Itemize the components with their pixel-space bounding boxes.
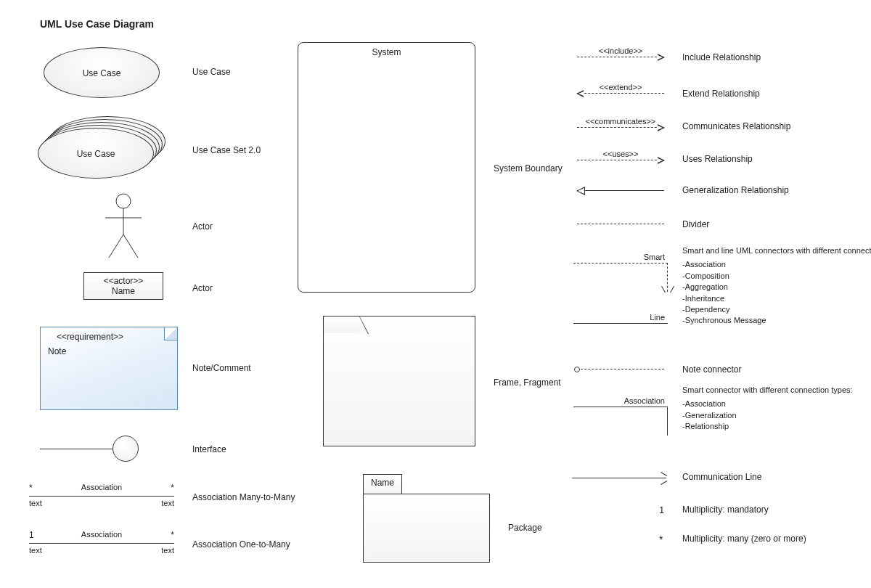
communicates-label: Communicates Relationship <box>682 121 790 131</box>
assoc-one-shape: 1 Association * text text <box>29 530 174 544</box>
extend-label: Extend Relationship <box>682 89 760 99</box>
role-left: text <box>29 499 42 507</box>
mult-left: * <box>29 483 33 493</box>
assoc-desc: Smart connector with different connectio… <box>682 385 835 433</box>
line-text: Line <box>650 313 665 322</box>
association-text: Association <box>624 396 665 405</box>
package-label: Package <box>508 523 542 533</box>
conn-type: -Dependency <box>682 304 835 315</box>
divider-line <box>577 224 664 224</box>
extend-text: <<extend>> <box>600 83 642 91</box>
system-boundary-shape: System <box>298 42 475 293</box>
frame-shape <box>323 316 475 446</box>
note-stereotype: <<requirement>> <box>57 332 123 342</box>
mult-right: * <box>171 530 174 540</box>
smart-desc: Smart and line UML connectors with diffe… <box>682 245 835 327</box>
svg-line-3 <box>109 234 123 258</box>
assoc-one-label: Association One-to-Many <box>192 539 290 550</box>
include-text: <<include>> <box>599 46 643 55</box>
system-boundary-label: System Boundary <box>494 163 563 173</box>
mult-many-symbol: * <box>659 534 663 545</box>
assoc-mid: Association <box>81 530 122 539</box>
conn-type: -Inheritance <box>682 293 835 304</box>
frame-tab-icon <box>323 316 359 333</box>
association-connector: Association <box>573 407 668 407</box>
interface-line-icon <box>40 449 113 449</box>
note-connector-label: Note connector <box>682 364 741 375</box>
communication-line-label: Communication Line <box>682 472 761 482</box>
use-case-label: Use Case <box>192 67 231 77</box>
actor-stick-label: Actor <box>192 221 213 232</box>
communicates-text: <<communicates>> <box>586 117 656 126</box>
include-arrow: <<include>> <box>577 57 664 57</box>
smart-connector: Smart <box>573 263 668 264</box>
conn-type: -Association <box>682 259 835 270</box>
package-tab-text: Name <box>371 478 394 488</box>
use-case-text: Use Case <box>83 68 121 78</box>
package-tab: Name <box>363 474 402 494</box>
assoc-many-label: Association Many-to-Many <box>192 492 295 502</box>
mult-right: * <box>171 483 174 493</box>
interface-label: Interface <box>192 444 226 454</box>
use-case-set-label: Use Case Set 2.0 <box>192 145 261 155</box>
uses-label: Uses Relationship <box>682 154 753 164</box>
uses-text: <<uses>> <box>603 150 639 158</box>
conn-type: -Synchronous Message <box>682 315 835 326</box>
generalization-label: Generalization Relationship <box>682 185 789 195</box>
svg-line-4 <box>123 234 138 258</box>
uses-arrow: <<uses>> <box>577 160 664 160</box>
divider-label: Divider <box>682 219 709 229</box>
actor-box-name: Name <box>112 286 135 296</box>
conn-type: -Generalization <box>682 410 835 421</box>
actor-box-stereotype: <<actor>> <box>89 276 158 286</box>
mult-left: 1 <box>29 530 34 540</box>
extend-arrow: <<extend>> <box>577 93 664 94</box>
actor-stick-icon <box>98 192 149 261</box>
page-title: UML Use Case Diagram <box>40 18 154 30</box>
assoc-many-shape: * Association * text text <box>29 483 174 497</box>
assoc-mid: Association <box>81 483 122 491</box>
include-label: Include Relationship <box>682 52 761 62</box>
role-left: text <box>29 546 42 555</box>
role-right: text <box>161 499 174 507</box>
conn-type: -Composition <box>682 271 835 282</box>
line-connector: Line <box>573 323 668 324</box>
assoc-desc-text: Smart connector with different connectio… <box>682 385 835 396</box>
communicates-arrow: <<communicates>> <box>577 127 664 128</box>
use-case-set-shape: Use Case <box>38 116 165 180</box>
note-label: Note/Comment <box>192 363 251 373</box>
use-case-shape: Use Case <box>44 47 160 98</box>
note-connector <box>577 369 664 369</box>
actor-box-label: Actor <box>192 283 213 293</box>
actor-box-shape: <<actor>> Name <box>83 272 163 300</box>
conn-type: -Association <box>682 399 835 409</box>
frame-label: Frame, Fragment <box>494 377 561 388</box>
package-shape: Name <box>363 494 490 563</box>
interface-circle-icon <box>113 436 139 462</box>
mult-mandatory-label: Multiplicity: mandatory <box>682 505 769 515</box>
system-title: System <box>372 47 401 57</box>
generalization-arrow <box>577 190 664 191</box>
note-text: Note <box>48 346 66 356</box>
conn-type: -Relationship <box>682 421 835 432</box>
smart-desc-text: Smart and line UML connectors with diffe… <box>682 245 835 256</box>
conn-type: -Aggregation <box>682 282 835 293</box>
communication-line <box>572 478 666 478</box>
role-right: text <box>161 546 174 555</box>
svg-point-0 <box>116 194 131 208</box>
mult-mandatory-symbol: 1 <box>659 505 664 515</box>
use-case-set-text: Use Case <box>77 149 115 159</box>
note-fold-icon <box>164 327 177 340</box>
smart-text: Smart <box>644 253 665 261</box>
note-shape: <<requirement>> Note <box>40 327 178 410</box>
mult-many-label: Multiplicity: many (zero or more) <box>682 534 806 544</box>
